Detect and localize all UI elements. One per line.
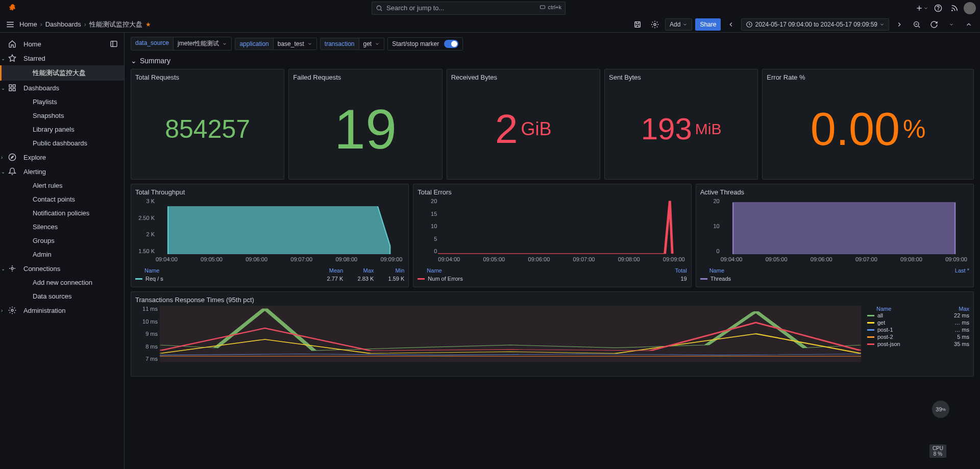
chevron-down-icon: ⌄ (1, 56, 5, 61)
nav-administration[interactable]: ›Administration (0, 303, 124, 317)
global-search[interactable]: Search or jump to... (372, 2, 566, 15)
menu-toggle-icon[interactable] (4, 18, 16, 31)
panel-threads[interactable]: Active Threads 20100 09:04:0009:05:0009:… (696, 184, 974, 287)
chevron-right-icon: › (84, 21, 86, 28)
svg-rect-9 (111, 41, 117, 47)
save-icon[interactable] (630, 17, 645, 32)
add-icon[interactable] (915, 1, 929, 15)
time-next-icon[interactable] (892, 17, 906, 32)
svg-point-4 (952, 10, 952, 11)
nav-add-connection[interactable]: Add new connection (0, 276, 124, 289)
share-button[interactable]: Share (695, 18, 721, 31)
svg-point-6 (654, 23, 656, 26)
search-shortcut: ctrl+k (540, 4, 561, 10)
star-icon[interactable]: ★ (145, 21, 151, 28)
stat-value: 854257 (165, 116, 250, 142)
time-range-picker[interactable]: 2024-05-17 09:04:00 to 2024-05-17 09:09:… (741, 18, 889, 31)
svg-rect-5 (635, 21, 641, 27)
plug-icon (8, 264, 16, 273)
panel-errors[interactable]: Total Errors 20151050 09:04:0009:05:0009… (413, 184, 691, 287)
chevron-down-icon: ⌄ (1, 85, 5, 91)
bell-icon (8, 167, 16, 176)
stat-value: 2 (495, 109, 518, 150)
svg-point-14 (9, 154, 15, 160)
add-button[interactable]: Add (665, 18, 692, 31)
panel-failed-requests[interactable]: Failed Requests 19 (288, 69, 442, 180)
row-summary-toggle[interactable]: ⌄Summary (131, 57, 974, 65)
nav-alerting[interactable]: ⌄Alerting (0, 164, 124, 179)
sidebar-collapse-icon[interactable] (110, 40, 118, 50)
breadcrumb-home[interactable]: Home (19, 20, 37, 28)
var-application[interactable]: base_test (274, 38, 317, 50)
svg-rect-17 (160, 306, 861, 362)
settings-icon[interactable] (648, 17, 662, 32)
home-icon (8, 40, 16, 48)
nav-explore[interactable]: ›Explore (0, 150, 124, 164)
nav-alert-rules[interactable]: Alert rules (0, 179, 124, 192)
stat-value: 0.00 (811, 106, 900, 152)
panel-sent-bytes[interactable]: Sent Bytes 193MiB (604, 69, 758, 180)
svg-rect-13 (13, 88, 15, 91)
chevron-right-icon: › (40, 21, 42, 28)
chevron-right-icon: › (1, 155, 3, 160)
y-axis: 11 ms10 ms9 ms8 ms7 ms (135, 306, 158, 362)
nav-contact-points[interactable]: Contact points (0, 192, 124, 206)
stat-unit: % (903, 114, 925, 144)
nav-notification-policies[interactable]: Notification policies (0, 206, 124, 220)
panel-throughput[interactable]: Total Throughput 3 K2.50 K2 K1.50 K 09:0… (131, 184, 409, 287)
nav-data-sources[interactable]: Data sources (0, 289, 124, 303)
x-axis: 09:04:0009:05:0009:06:0009:07:0009:08:00… (721, 256, 967, 264)
zoom-out-icon[interactable] (910, 17, 924, 32)
nav-silences[interactable]: Silences (0, 220, 124, 234)
nav-home[interactable]: Home (0, 37, 124, 51)
legend-item[interactable]: Req / s2.77 K2.83 K1.59 K (135, 275, 404, 283)
search-icon (376, 5, 383, 13)
nav-starred[interactable]: ⌄Starred (0, 51, 124, 65)
legend-item[interactable]: Threads (700, 275, 969, 283)
cpu-badge: CPU8 % (929, 445, 946, 458)
panel-total-requests[interactable]: Total Requests 854257 (131, 69, 284, 180)
stat-value: 193 (641, 114, 692, 144)
time-prev-icon[interactable] (724, 17, 738, 32)
chevron-right-icon: › (1, 308, 3, 313)
var-data-source[interactable]: jmeter性能测试 (174, 37, 232, 51)
nav-dashboards[interactable]: ⌄Dashboards (0, 81, 124, 95)
user-avatar[interactable] (964, 2, 976, 14)
nav-admin[interactable]: Admin (0, 248, 124, 261)
svg-point-3 (938, 10, 939, 10)
perf-badge[interactable]: 39% (932, 401, 949, 418)
var-transaction[interactable]: get (359, 38, 385, 50)
stat-value: 19 (334, 101, 397, 157)
refresh-icon[interactable] (927, 17, 941, 32)
breadcrumb-dashboards[interactable]: Dashboards (45, 20, 81, 28)
toggle-switch[interactable] (444, 40, 458, 48)
grafana-logo (8, 3, 18, 13)
rss-icon[interactable] (947, 1, 962, 15)
legend-item[interactable]: get… ms (867, 319, 969, 326)
help-icon[interactable] (931, 1, 945, 15)
y-axis: 3 K2.50 K2 K1.50 K (135, 198, 155, 254)
legend-item[interactable]: post-1… ms (867, 326, 969, 333)
panel-error-rate[interactable]: Error Rate % 0.00% (762, 69, 974, 180)
nav-public-dashboards[interactable]: Public dashboards (0, 136, 124, 150)
var-startstop[interactable]: Start/stop marker (387, 37, 463, 51)
legend-item[interactable]: all22 ms (867, 312, 969, 319)
nav-playlists[interactable]: Playlists (0, 95, 124, 109)
nav-starred-item[interactable]: 性能测试监控大盘 (0, 65, 124, 81)
star-icon (8, 54, 16, 62)
chevron-down-icon: ⌄ (1, 266, 5, 271)
nav-library-panels[interactable]: Library panels (0, 122, 124, 136)
nav-connections[interactable]: ⌄Connections (0, 261, 124, 276)
y-axis: 20151050 (418, 198, 437, 254)
nav-snapshots[interactable]: Snapshots (0, 109, 124, 122)
legend-item[interactable]: post-25 ms (867, 333, 969, 340)
svg-point-0 (377, 6, 381, 10)
panel-response-times[interactable]: Transactions Response Times (95th pct) 1… (131, 291, 974, 377)
svg-rect-1 (541, 6, 545, 9)
legend-item[interactable]: post-json35 ms (867, 340, 969, 348)
legend-item[interactable]: Num of Errors19 (418, 275, 687, 283)
nav-groups[interactable]: Groups (0, 234, 124, 248)
panel-received-bytes[interactable]: Received Bytes 2GiB (447, 69, 600, 180)
refresh-interval-icon[interactable] (944, 17, 959, 32)
collapse-icon[interactable] (962, 17, 976, 32)
